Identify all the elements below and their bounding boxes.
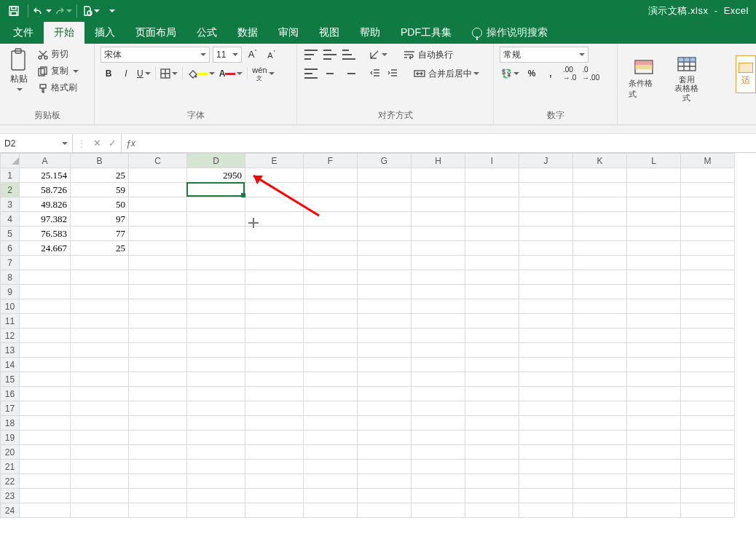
cell[interactable]: [412, 227, 465, 241]
cell[interactable]: [129, 299, 187, 314]
column-header[interactable]: F: [304, 154, 358, 168]
cell[interactable]: [681, 343, 735, 358]
cell[interactable]: [20, 387, 71, 401]
cell[interactable]: [187, 489, 245, 503]
cell[interactable]: [358, 212, 412, 227]
cell[interactable]: [245, 285, 304, 299]
cell[interactable]: [245, 329, 304, 343]
cell[interactable]: [573, 474, 627, 489]
cell[interactable]: [681, 431, 735, 445]
row-header[interactable]: 8: [1, 270, 20, 285]
cell[interactable]: [627, 474, 681, 489]
cell[interactable]: [412, 256, 465, 270]
decrease-font-button[interactable]: A˅: [264, 47, 280, 63]
cell[interactable]: [71, 358, 129, 372]
cell[interactable]: [465, 416, 519, 431]
comma-button[interactable]: ,: [543, 66, 559, 82]
cell[interactable]: [129, 358, 187, 372]
column-header[interactable]: B: [71, 154, 129, 168]
cell[interactable]: [20, 445, 71, 460]
cell[interactable]: [412, 387, 465, 401]
cell[interactable]: [358, 431, 412, 445]
undo-button[interactable]: [33, 1, 52, 20]
cell[interactable]: [412, 212, 465, 227]
side-panel-badge[interactable]: 适: [736, 55, 756, 93]
cell[interactable]: [358, 474, 412, 489]
cell[interactable]: [519, 183, 573, 197]
cell[interactable]: [681, 372, 735, 387]
cell[interactable]: [519, 372, 573, 387]
cell[interactable]: [71, 285, 129, 299]
cell[interactable]: [20, 358, 71, 372]
cell[interactable]: [129, 387, 187, 401]
cell[interactable]: [519, 241, 573, 256]
cell[interactable]: [245, 270, 304, 285]
column-header[interactable]: K: [573, 154, 627, 168]
cell[interactable]: [573, 401, 627, 416]
cell[interactable]: [627, 503, 681, 518]
cell[interactable]: [519, 431, 573, 445]
cell[interactable]: [245, 212, 304, 227]
cell[interactable]: [627, 489, 681, 503]
accounting-format-button[interactable]: 💱: [500, 66, 521, 82]
cell[interactable]: [412, 445, 465, 460]
cell[interactable]: [304, 197, 358, 212]
cell[interactable]: [129, 474, 187, 489]
cell[interactable]: [71, 314, 129, 329]
cell[interactable]: [465, 256, 519, 270]
cell[interactable]: [71, 431, 129, 445]
cell[interactable]: [304, 445, 358, 460]
cell[interactable]: [187, 387, 245, 401]
cell[interactable]: [681, 314, 735, 329]
cell[interactable]: [465, 212, 519, 227]
cell[interactable]: [519, 168, 573, 183]
cell[interactable]: [681, 401, 735, 416]
cell[interactable]: [465, 460, 519, 474]
cell[interactable]: [304, 401, 358, 416]
cell[interactable]: [681, 474, 735, 489]
cell[interactable]: [573, 270, 627, 285]
cell[interactable]: [245, 474, 304, 489]
cell[interactable]: [129, 270, 187, 285]
increase-decimal-button[interactable]: .00→.0: [562, 66, 578, 82]
cell[interactable]: [187, 197, 245, 212]
number-format-select[interactable]: 常规: [500, 47, 588, 63]
cell[interactable]: [573, 227, 627, 241]
cell[interactable]: [20, 431, 71, 445]
tab-view[interactable]: 视图: [309, 22, 350, 44]
cell[interactable]: [519, 358, 573, 372]
cell[interactable]: 24.667: [20, 241, 71, 256]
cell[interactable]: 25.154: [20, 168, 71, 183]
cell[interactable]: [129, 241, 187, 256]
cell[interactable]: [465, 387, 519, 401]
cell[interactable]: [465, 474, 519, 489]
italic-button[interactable]: I: [118, 66, 134, 82]
cell[interactable]: [20, 299, 71, 314]
column-header[interactable]: L: [627, 154, 681, 168]
cell[interactable]: [129, 372, 187, 387]
cell[interactable]: [412, 474, 465, 489]
decrease-decimal-button[interactable]: .0→.00: [580, 66, 601, 82]
cell[interactable]: 25: [71, 241, 129, 256]
cell[interactable]: [304, 431, 358, 445]
cell[interactable]: [358, 299, 412, 314]
cell[interactable]: [71, 343, 129, 358]
cell[interactable]: 59: [71, 183, 129, 197]
cell[interactable]: [304, 212, 358, 227]
cell[interactable]: [681, 489, 735, 503]
cell[interactable]: [20, 285, 71, 299]
cell[interactable]: [187, 299, 245, 314]
enter-button[interactable]: ✓: [109, 138, 117, 149]
row-header[interactable]: 13: [1, 343, 20, 358]
cell[interactable]: [245, 489, 304, 503]
cell[interactable]: [519, 227, 573, 241]
cell[interactable]: [71, 329, 129, 343]
conditional-formatting-button[interactable]: 条件格式: [627, 56, 661, 101]
tab-insert[interactable]: 插入: [84, 22, 125, 44]
cell[interactable]: [412, 401, 465, 416]
cell[interactable]: [681, 256, 735, 270]
cell[interactable]: [358, 285, 412, 299]
save-button[interactable]: [4, 1, 23, 20]
column-header[interactable]: H: [412, 154, 465, 168]
cell[interactable]: [519, 387, 573, 401]
